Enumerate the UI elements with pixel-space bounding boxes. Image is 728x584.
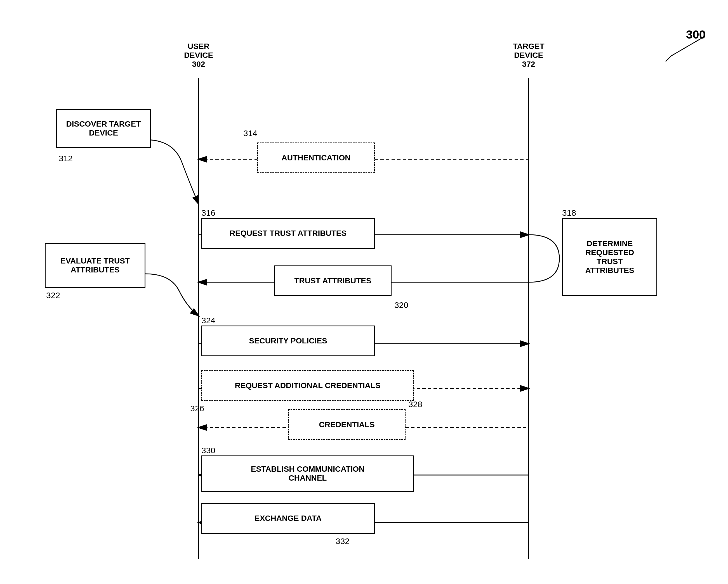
user-device-label: USER DEVICE 302: [176, 42, 221, 69]
req-creds-box: REQUEST ADDITIONAL CREDENTIALS: [201, 370, 414, 401]
ref-320: 320: [394, 300, 408, 310]
determine-box: DETERMINEREQUESTEDTRUSTATTRIBUTES: [562, 218, 657, 296]
ref-322: 322: [46, 290, 60, 300]
ref-314: 314: [243, 129, 257, 138]
ref-324: 324: [201, 316, 215, 325]
credentials-box: CREDENTIALS: [288, 409, 406, 440]
ref-316: 316: [201, 208, 215, 218]
establish-box: ESTABLISH COMMUNICATIONCHANNEL: [201, 455, 414, 492]
ref-318: 318: [562, 208, 576, 218]
request-trust-box: REQUEST TRUST ATTRIBUTES: [201, 218, 375, 249]
svg-line-15: [666, 56, 671, 61]
diagram-number: 300: [686, 28, 706, 41]
ref-326: 326: [190, 404, 204, 413]
ref-332: 332: [336, 536, 349, 546]
exchange-box: EXCHANGE DATA: [201, 503, 375, 534]
diagram-container: USER DEVICE 302 TARGET DEVICE 372 DISCOV…: [0, 0, 728, 584]
ref-328: 328: [408, 399, 422, 409]
ref-330: 330: [201, 446, 215, 455]
target-device-label: TARGET DEVICE 372: [506, 42, 551, 69]
ref-312: 312: [59, 154, 73, 163]
trust-attrs-box: TRUST ATTRIBUTES: [274, 266, 392, 296]
security-box: SECURITY POLICIES: [201, 326, 375, 356]
evaluate-box: EVALUATE TRUSTATTRIBUTES: [45, 243, 146, 288]
discover-box: DISCOVER TARGET DEVICE: [56, 109, 151, 148]
authentication-box: AUTHENTICATION: [257, 142, 375, 173]
